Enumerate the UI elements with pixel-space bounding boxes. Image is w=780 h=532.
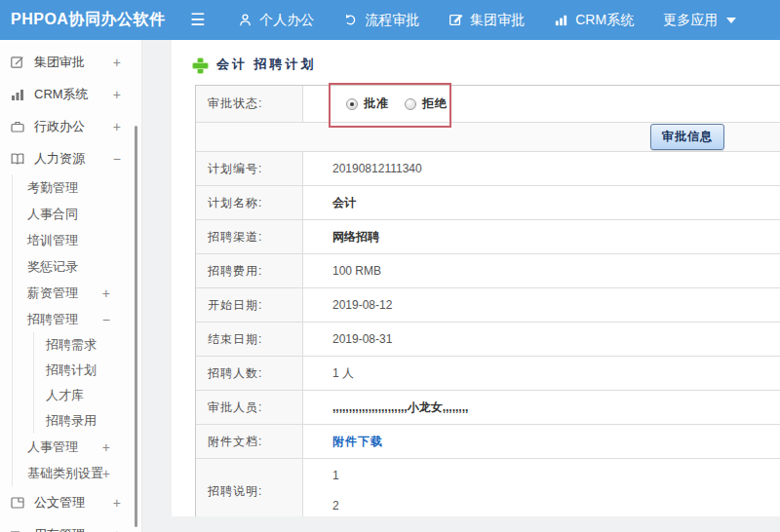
page-title-text: 会计 招聘计划: [216, 56, 317, 73]
sidebar-item-label: 用车管理: [34, 526, 85, 532]
radio-approve-button[interactable]: [346, 98, 358, 110]
truck-icon: [10, 527, 25, 532]
nav-crm-system[interactable]: CRM系统: [554, 12, 634, 29]
sidebar-item-rewards[interactable]: 奖惩记录: [13, 253, 142, 280]
plus-icon: [192, 57, 207, 72]
table-row-recruit-cost: 招聘费用: 100 RMB: [196, 254, 780, 288]
nav-label: 集团审批: [470, 12, 525, 29]
nav-group-approval[interactable]: 集团审批: [448, 12, 525, 29]
field-label: 审批状态:: [196, 86, 303, 122]
expand-icon[interactable]: +: [113, 55, 121, 70]
table-row-attachment: 附件文档: 附件下载: [196, 425, 780, 459]
sidebar-item-label: 行政办公: [34, 118, 85, 135]
expand-icon[interactable]: +: [113, 527, 121, 532]
app-window: PHPOA协同办公软件 ☰ 个人办公 流程审批 集团审批 CRM系统 更多应用: [0, 0, 780, 532]
collapse-icon[interactable]: −: [113, 151, 121, 167]
sidebar-item-recruit-plan[interactable]: 招聘计划: [34, 358, 142, 383]
table-row-description: 招聘说明: 1 2: [196, 459, 780, 523]
table-row-approvers: 审批人员: ,,,,,,,,,,,,,,,,,,,,,,,小龙女,,,,,,,,: [196, 391, 780, 425]
nav-label: CRM系统: [575, 12, 634, 29]
expand-icon[interactable]: +: [102, 466, 110, 481]
nav-label: 更多应用: [663, 12, 718, 29]
book-icon: [10, 151, 25, 167]
sidebar-item-group-approval[interactable]: 集团审批 +: [0, 46, 142, 78]
table-row-plan-name: 计划名称: 会计: [196, 186, 780, 220]
sidebar-item-training[interactable]: 培训管理: [13, 227, 142, 253]
bar-chart-icon: [554, 13, 568, 27]
expand-icon[interactable]: +: [102, 439, 110, 455]
nav-personal-office[interactable]: 个人办公: [238, 12, 314, 29]
top-nav: 个人办公 流程审批 集团审批 CRM系统 更多应用: [238, 12, 736, 29]
approval-info-button[interactable]: 审批信息: [650, 124, 724, 150]
approval-status-row: 审批状态: 批准 拒绝: [196, 86, 780, 123]
nav-label: 流程审批: [365, 12, 419, 29]
sidebar-item-documents[interactable]: 公文管理 +: [0, 486, 142, 518]
sidebar-item-label: 公文管理: [34, 494, 85, 512]
app-logo: PHPOA协同办公软件: [0, 10, 190, 30]
table-row-headcount: 招聘人数: 1 人: [196, 357, 780, 391]
sidebar-item-attendance[interactable]: 考勤管理: [13, 174, 142, 201]
sidebar-item-admin-office[interactable]: 行政办公 +: [0, 110, 142, 142]
document-icon: [10, 495, 25, 511]
table-row-start-date: 开始日期: 2019-08-12: [196, 288, 780, 323]
sidebar: 集团审批 + CRM系统 + 行政办公 + 人力资源 −: [0, 40, 142, 532]
edit-icon: [448, 13, 463, 27]
sidebar-scrollbar[interactable]: [135, 126, 137, 527]
page-title: 会计 招聘计划: [172, 40, 780, 85]
main-content: 会计 招聘计划 审批状态: 批准: [172, 40, 780, 532]
content-gutter: [142, 40, 172, 532]
nav-label: 个人办公: [259, 12, 314, 29]
nav-more-apps[interactable]: 更多应用: [663, 12, 736, 29]
expand-icon[interactable]: +: [113, 87, 121, 102]
sidebar-item-base-category[interactable]: 基础类别设置+: [13, 460, 142, 486]
briefcase-icon: [10, 119, 25, 134]
table-row-recruit-channel: 招聘渠道: 网络招聘: [196, 220, 780, 254]
expand-icon[interactable]: +: [113, 119, 121, 134]
sidebar-item-label: CRM系统: [34, 86, 89, 103]
chevron-down-icon: [726, 18, 736, 23]
sidebar-item-salary[interactable]: 薪资管理+: [13, 280, 142, 306]
radio-reject[interactable]: 拒绝: [405, 95, 448, 112]
recruit-plan-detail-table: 审批状态: 批准 拒绝: [195, 85, 780, 524]
approval-action-row: 审批信息: [196, 123, 780, 152]
sidebar-item-talent-pool[interactable]: 人才库: [34, 383, 142, 408]
table-row-plan-number: 计划编号: 20190812111340: [196, 152, 780, 186]
radio-reject-button[interactable]: [405, 98, 416, 110]
sidebar-item-vehicles[interactable]: 用车管理 +: [0, 518, 142, 532]
edit-icon: [10, 55, 25, 70]
topbar: PHPOA协同办公软件 ☰ 个人办公 流程审批 集团审批 CRM系统 更多应用: [0, 0, 780, 40]
table-row-end-date: 结束日期: 2019-08-31: [196, 323, 780, 357]
sidebar-item-label: 集团审批: [34, 54, 85, 71]
sidebar-item-recruit-demand[interactable]: 招聘需求: [34, 332, 142, 358]
page-bottom-gutter: [172, 516, 780, 532]
sidebar-item-recruitment[interactable]: 招聘管理−: [13, 306, 142, 332]
bar-chart-icon: [10, 87, 25, 102]
expand-icon[interactable]: +: [113, 495, 121, 511]
sidebar-item-label: 人力资源: [34, 150, 85, 168]
sidebar-item-human-resources[interactable]: 人力资源 −: [0, 142, 142, 174]
approval-status-value: 批准 拒绝: [303, 86, 780, 122]
radio-approve[interactable]: 批准: [346, 95, 389, 112]
user-icon: [238, 13, 253, 27]
hamburger-menu-icon[interactable]: ☰: [190, 12, 205, 28]
refresh-icon: [343, 13, 358, 27]
sidebar-item-crm[interactable]: CRM系统 +: [0, 78, 142, 110]
sidebar-divider: [141, 40, 142, 532]
sidebar-item-personnel[interactable]: 人事管理+: [13, 434, 142, 460]
sidebar-item-hr-contract[interactable]: 人事合同: [13, 201, 142, 227]
recruitment-submenu: 招聘需求 招聘计划 人才库 招聘录用: [33, 332, 142, 434]
hr-submenu: 考勤管理 人事合同 培训管理 奖惩记录 薪资管理+ 招聘管理− 招聘需求 招聘计…: [12, 174, 142, 486]
sidebar-item-recruit-hire[interactable]: 招聘录用: [34, 408, 142, 434]
sidebar-menu: 集团审批 + CRM系统 + 行政办公 + 人力资源 −: [0, 46, 142, 532]
collapse-icon[interactable]: −: [102, 312, 110, 327]
attachment-download-link[interactable]: 附件下载: [332, 434, 383, 450]
expand-icon[interactable]: +: [102, 285, 110, 301]
nav-workflow-approval[interactable]: 流程审批: [343, 12, 419, 29]
